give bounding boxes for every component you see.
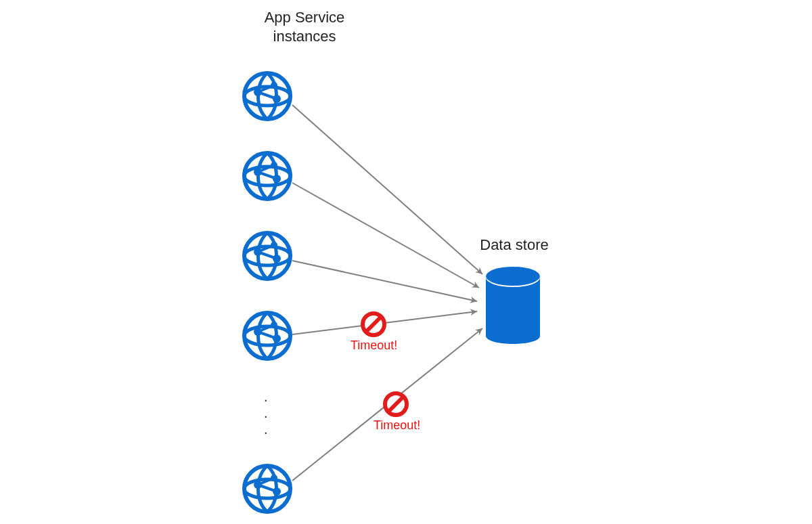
arrow-inst3 bbox=[292, 261, 477, 301]
app-service-instance-icon bbox=[244, 233, 290, 279]
app-service-label: App Service instances bbox=[244, 8, 365, 45]
timeout-label-2: Timeout! bbox=[374, 418, 420, 433]
prohibit-icon bbox=[385, 393, 407, 415]
data-store-label: Data store bbox=[474, 236, 555, 255]
arrow-inst1 bbox=[292, 105, 482, 274]
app-service-instance-icon bbox=[244, 153, 290, 199]
data-store-icon bbox=[486, 267, 540, 344]
app-service-instance-icon bbox=[244, 466, 290, 512]
arrow-inst2 bbox=[292, 183, 479, 288]
diagram-svg bbox=[0, 0, 812, 524]
prohibit-icon bbox=[363, 313, 384, 335]
app-service-instance-icon bbox=[244, 313, 290, 359]
timeout-label-1: Timeout! bbox=[351, 339, 397, 353]
svg-point-11 bbox=[486, 267, 540, 286]
diagram-stage: App Service instances Data store Timeout… bbox=[0, 0, 812, 524]
app-service-instance-icon bbox=[244, 73, 290, 119]
ellipsis-icon: ... bbox=[264, 389, 268, 437]
